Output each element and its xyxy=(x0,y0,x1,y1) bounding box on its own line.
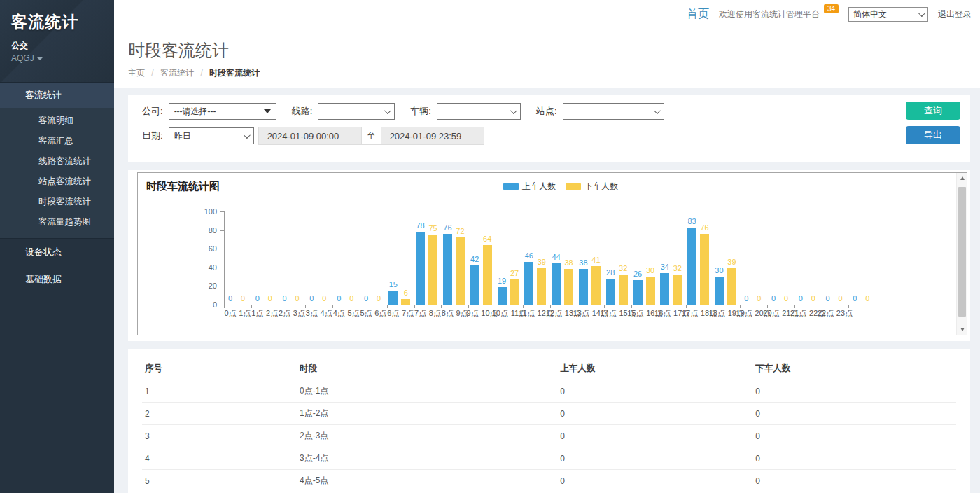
home-link[interactable]: 首页 xyxy=(687,7,709,22)
legend-item-alighting[interactable]: 下车人数 xyxy=(566,181,618,193)
y-axis-tick xyxy=(220,230,224,231)
legend-item-boarding[interactable]: 上车人数 xyxy=(503,181,556,193)
x-axis-tick xyxy=(876,305,876,308)
sidebar: 客流统计 公交 AQGJ 客流统计 客流明细客流汇总线路客流统计站点客流统计时段… xyxy=(0,0,114,493)
bar-alighting xyxy=(564,269,573,305)
scrollbar-down-button[interactable] xyxy=(957,324,967,335)
table-cell: 0 xyxy=(557,380,752,403)
table-cell: 2 xyxy=(142,403,297,425)
sidebar-subitem[interactable]: 站点客流统计 xyxy=(0,172,114,192)
vehicle-label: 车辆: xyxy=(410,105,431,118)
vehicle-select[interactable] xyxy=(437,103,521,120)
y-axis-tick-label: 100 xyxy=(196,207,217,216)
chart-legend: 上车人数 下车人数 xyxy=(503,181,618,193)
table-column-header: 下车人数 xyxy=(752,358,956,380)
stats-table: 序号时段上车人数下车人数 10点-1点0021点-2点0032点-3点0043点… xyxy=(142,358,956,493)
logout-link[interactable]: 退出登录 xyxy=(938,8,972,20)
x-axis-category-label: 3点-4点 xyxy=(306,308,332,319)
y-axis-tick-label: 0 xyxy=(196,300,217,309)
date-start-input[interactable]: 2024-01-09 00:00 xyxy=(258,127,362,145)
bar-alighting xyxy=(510,279,519,305)
table-cell: 0 xyxy=(557,403,752,425)
sidebar-subitem[interactable]: 时段客流统计 xyxy=(0,192,114,212)
x-axis-category-label: 5点-6点 xyxy=(360,308,386,319)
y-axis-tick xyxy=(220,286,224,286)
x-axis-tick xyxy=(848,305,849,308)
table-row: 32点-3点00 xyxy=(142,425,956,447)
company-select[interactable]: ---请选择--- xyxy=(169,103,276,120)
bar-alighting xyxy=(456,237,465,305)
triangle-down-icon xyxy=(264,109,271,113)
triangle-down-icon xyxy=(960,328,965,331)
page-title: 时段客流统计 xyxy=(128,39,966,62)
sidebar-subitem[interactable]: 客流汇总 xyxy=(0,131,114,151)
sidebar-submenu: 客流明细客流汇总线路客流统计站点客流统计时段客流统计客流量趋势图 xyxy=(0,108,114,239)
bar-value-label: 30 xyxy=(708,266,729,275)
sidebar-subitem[interactable]: 客流明细 xyxy=(0,111,114,131)
scrollbar-thumb[interactable] xyxy=(958,187,966,317)
table-cell: 0点-1点 xyxy=(297,380,557,403)
query-button[interactable]: 查询 xyxy=(906,102,960,120)
export-button[interactable]: 导出 xyxy=(906,126,960,144)
station-select[interactable] xyxy=(563,103,664,120)
scrollbar-up-button[interactable] xyxy=(957,173,967,183)
bar-value-label: 39 xyxy=(721,258,742,266)
date-preset-select[interactable]: 昨日 xyxy=(169,127,254,144)
y-axis-tick xyxy=(220,249,224,249)
line-label: 线路: xyxy=(292,105,313,118)
user-dropdown[interactable]: AQGJ xyxy=(11,53,103,63)
y-axis-tick-label: 20 xyxy=(196,282,217,290)
legend-swatch-blue xyxy=(503,183,519,190)
table-cell: 5 xyxy=(142,470,297,492)
table-row: 21点-2点00 xyxy=(142,403,956,425)
line-select[interactable] xyxy=(318,103,395,120)
bar-alighting xyxy=(619,275,628,305)
legend-label: 上车人数 xyxy=(522,181,556,193)
bar-alighting xyxy=(537,268,546,305)
bar-boarding xyxy=(606,279,615,305)
station-label: 站点: xyxy=(536,105,557,118)
sidebar-item-passenger-stats[interactable]: 客流统计 xyxy=(0,82,114,108)
date-preset-value: 昨日 xyxy=(174,130,191,142)
breadcrumb-separator: / xyxy=(151,68,153,78)
bar-value-label: 27 xyxy=(504,269,525,277)
y-axis-tick xyxy=(220,211,224,212)
filter-buttons: 查询 导出 xyxy=(906,102,960,144)
x-axis-category-label: 2点-3点 xyxy=(279,308,305,319)
y-axis-tick-label: 80 xyxy=(196,226,217,235)
x-axis-category-label: 7点-8点 xyxy=(414,308,441,319)
chevron-down-icon xyxy=(384,107,391,114)
chevron-down-icon xyxy=(510,107,517,114)
bar-value-label: 0 xyxy=(368,294,389,303)
table-cell: 0 xyxy=(557,447,752,470)
date-label: 日期: xyxy=(142,130,163,142)
table-cell: 4 xyxy=(142,447,297,470)
chart-vertical-scrollbar[interactable] xyxy=(956,173,967,335)
sidebar-subitem[interactable]: 线路客流统计 xyxy=(0,151,114,172)
chevron-down-icon xyxy=(918,10,925,17)
chevron-down-icon xyxy=(653,107,660,114)
date-end-input[interactable]: 2024-01-09 23:59 xyxy=(381,127,484,145)
app-logo-title: 客流统计 xyxy=(11,11,103,33)
user-name: AQGJ xyxy=(11,53,34,63)
breadcrumb-home[interactable]: 主页 xyxy=(128,68,145,78)
bar-alighting xyxy=(401,299,410,305)
table-body: 10点-1点0021点-2点0032点-3点0043点-4点0054点-5点00… xyxy=(142,380,956,493)
sidebar-item-base-data[interactable]: 基础数据 xyxy=(0,266,114,293)
triangle-up-icon xyxy=(960,176,965,180)
bar-boarding xyxy=(552,263,561,305)
bar-value-label: 19 xyxy=(491,277,512,285)
breadcrumb-passenger-stats[interactable]: 客流统计 xyxy=(160,68,194,78)
bar-value-label: 72 xyxy=(449,227,470,235)
notification-badge[interactable]: 34 xyxy=(824,4,839,13)
sidebar-item-device-status[interactable]: 设备状态 xyxy=(0,239,114,266)
language-select[interactable]: 简体中文 xyxy=(848,7,928,22)
bar-alighting xyxy=(428,235,438,305)
table-cell: 3 xyxy=(142,425,297,447)
sidebar-subitem[interactable]: 客流量趋势图 xyxy=(0,212,114,232)
bar-value-label: 0 xyxy=(857,294,878,303)
bar-alighting xyxy=(673,275,682,305)
x-axis-category-label: 1点-2点 xyxy=(251,308,278,319)
table-column-header: 时段 xyxy=(297,358,557,380)
bar-value-label: 76 xyxy=(694,223,715,232)
